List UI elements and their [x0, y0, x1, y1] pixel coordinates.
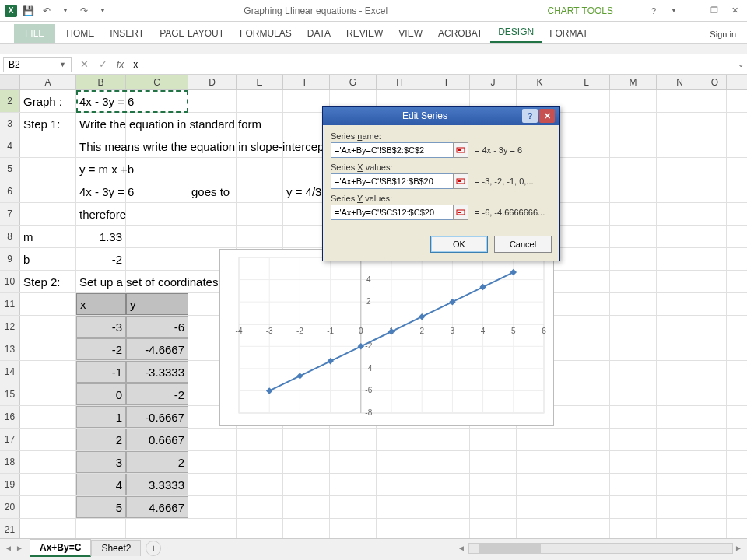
cell-E6[interactable] [237, 180, 283, 202]
cell-C17[interactable]: 0.6667 [126, 429, 188, 450]
cell-G19[interactable] [330, 474, 377, 495]
cell-L16[interactable] [563, 406, 610, 428]
minimize-icon[interactable]: — [685, 4, 703, 18]
cell-M15[interactable] [610, 383, 657, 405]
cell-E20[interactable] [237, 496, 283, 518]
col-header-i[interactable]: I [423, 75, 470, 89]
cell-O2[interactable] [703, 90, 727, 112]
formula-cancel-icon[interactable]: ✕ [75, 57, 93, 72]
name-box-dropdown-icon[interactable]: ▼ [59, 61, 66, 68]
cell-L21[interactable] [563, 519, 610, 538]
cell-D5[interactable] [188, 158, 237, 180]
signin-link[interactable]: Sign in [699, 26, 747, 43]
cell-I19[interactable] [423, 474, 470, 495]
cell-D7[interactable] [188, 203, 237, 225]
row-header[interactable]: 3 [0, 113, 20, 135]
cell-C8[interactable] [126, 226, 188, 247]
cell-C14[interactable]: -3.3333 [126, 361, 188, 383]
cell-O10[interactable] [703, 271, 727, 292]
cell-A18[interactable] [20, 451, 76, 473]
name-box[interactable]: B2 ▼ [3, 57, 72, 72]
sheet-nav-prev-icon[interactable]: ◄ [5, 544, 14, 552]
row-header[interactable]: 8 [0, 226, 20, 247]
cell-J20[interactable] [470, 496, 517, 518]
cell-C11[interactable]: y [126, 293, 188, 315]
row-header[interactable]: 5 [0, 158, 20, 180]
row-header[interactable]: 18 [0, 451, 20, 473]
sheet-nav-next-icon[interactable]: ► [16, 544, 25, 552]
cell-C19[interactable]: 3.3333 [126, 474, 188, 495]
col-header-l[interactable]: L [563, 75, 610, 89]
cell-B11[interactable]: x [76, 293, 126, 315]
col-header-c[interactable]: C [126, 75, 188, 89]
cell-A7[interactable] [20, 203, 76, 225]
cell-B9[interactable]: -2 [76, 248, 126, 270]
row-header[interactable]: 4 [0, 135, 20, 157]
cell-M8[interactable] [610, 226, 657, 247]
cell-G20[interactable] [330, 496, 377, 518]
cell-B17[interactable]: 2 [76, 429, 126, 450]
cell-D8[interactable] [188, 226, 237, 247]
cell-B7[interactable]: therefore [76, 203, 126, 225]
cell-M19[interactable] [610, 474, 657, 495]
tab-format[interactable]: FORMAT [542, 24, 596, 43]
cell-N13[interactable] [657, 338, 703, 360]
cell-B15[interactable]: 0 [76, 383, 126, 405]
cell-M6[interactable] [610, 180, 657, 202]
cell-A12[interactable] [20, 316, 76, 338]
cell-H19[interactable] [377, 474, 423, 495]
cell-M4[interactable] [610, 135, 657, 157]
cell-O9[interactable] [703, 248, 727, 270]
cell-B21[interactable] [76, 519, 126, 538]
cell-E2[interactable] [237, 90, 283, 112]
cell-O14[interactable] [703, 361, 727, 383]
col-header-a[interactable]: A [20, 75, 76, 89]
dialog-close-icon[interactable]: ✕ [539, 109, 555, 123]
cell-K21[interactable] [517, 519, 563, 538]
sheet-tab-sheet2[interactable]: Sheet2 [91, 540, 141, 556]
cell-M9[interactable] [610, 248, 657, 270]
cell-N19[interactable] [657, 474, 703, 495]
cell-F18[interactable] [283, 451, 330, 473]
cell-A4[interactable] [20, 135, 76, 157]
row-header[interactable]: 6 [0, 180, 20, 202]
cell-B6[interactable]: 4x - 3y = 6 [76, 180, 126, 202]
tab-review[interactable]: REVIEW [338, 24, 391, 43]
row-header[interactable]: 2 [0, 90, 20, 112]
col-header-j[interactable]: J [470, 75, 517, 89]
cell-I20[interactable] [423, 496, 470, 518]
formula-enter-icon[interactable]: ✓ [93, 57, 112, 72]
cell-N20[interactable] [657, 496, 703, 518]
row-header[interactable]: 20 [0, 496, 20, 518]
cell-A10[interactable]: Step 2: [20, 271, 76, 292]
cell-D4[interactable] [188, 135, 237, 157]
add-sheet-icon[interactable]: + [146, 541, 161, 556]
cell-L7[interactable] [563, 203, 610, 225]
cell-M7[interactable] [610, 203, 657, 225]
cell-C6[interactable] [126, 180, 188, 202]
ribbon-collapse-icon[interactable]: ▼ [665, 4, 683, 18]
qat-customize-icon[interactable]: ▼ [95, 3, 110, 19]
cancel-button[interactable]: Cancel [494, 236, 552, 253]
cell-O11[interactable] [703, 293, 727, 315]
cell-E3[interactable] [237, 113, 283, 135]
cell-E18[interactable] [237, 451, 283, 473]
cell-G18[interactable] [330, 451, 377, 473]
cell-I18[interactable] [423, 451, 470, 473]
cell-L2[interactable] [563, 90, 610, 112]
row-header[interactable]: 19 [0, 474, 20, 495]
cell-I21[interactable] [423, 519, 470, 538]
cell-D3[interactable] [188, 113, 237, 135]
ok-button[interactable]: OK [430, 236, 488, 253]
row-header[interactable]: 13 [0, 338, 20, 360]
undo-icon[interactable]: ↶ [39, 3, 54, 19]
col-header-g[interactable]: G [330, 75, 377, 89]
cell-A17[interactable] [20, 429, 76, 450]
cell-B19[interactable]: 4 [76, 474, 126, 495]
cell-A21[interactable] [20, 519, 76, 538]
formula-expand-icon[interactable]: ⌄ [735, 60, 747, 68]
cell-A19[interactable] [20, 474, 76, 495]
cell-C2[interactable] [126, 90, 188, 112]
cell-H21[interactable] [377, 519, 423, 538]
series-name-picker-icon[interactable] [453, 142, 468, 158]
